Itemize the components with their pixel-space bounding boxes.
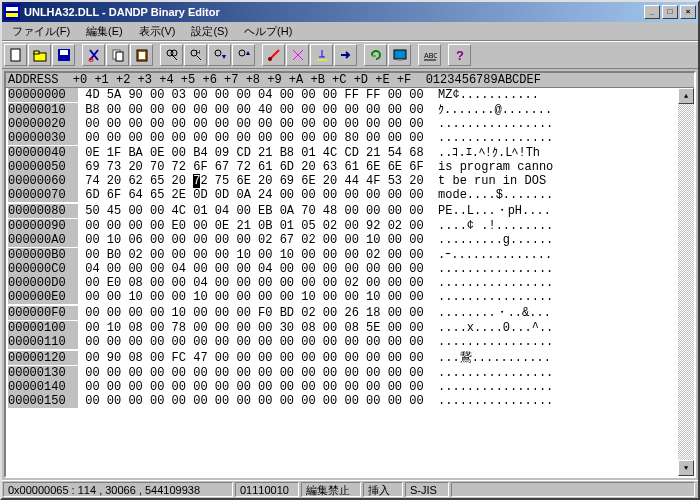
open-button[interactable]	[28, 44, 51, 66]
screen-button[interactable]	[388, 44, 411, 66]
svg-text:H: H	[196, 49, 200, 55]
scroll-down[interactable]: ▼	[678, 460, 694, 476]
replace-button[interactable]: H	[184, 44, 207, 66]
scrollbar[interactable]: ▲ ▼	[678, 88, 694, 476]
hex-header: ADDRESS +0 +1 +2 +3 +4 +5 +6 +7 +8 +9 +A…	[6, 73, 694, 88]
menu-view[interactable]: 表示(V)	[131, 23, 184, 40]
menu-help[interactable]: ヘルプ(H)	[236, 23, 300, 40]
help-button[interactable]: ?	[448, 44, 471, 66]
titlebar: UNLHA32.DLL - DANDP Binary Editor _ □ ×	[2, 2, 698, 22]
statusbar: 0x00000065 : 114 , 30066 , 544109938 011…	[2, 480, 698, 498]
cut-button[interactable]	[82, 44, 105, 66]
app-window: UNLHA32.DLL - DANDP Binary Editor _ □ × …	[0, 0, 700, 500]
svg-text:ABC: ABC	[424, 52, 437, 59]
abc-button[interactable]: ABC	[418, 44, 441, 66]
svg-line-17	[197, 56, 201, 60]
app-icon	[4, 4, 20, 20]
tool1-button[interactable]	[262, 44, 285, 66]
svg-rect-23	[398, 59, 402, 61]
svg-rect-1	[6, 7, 18, 11]
svg-rect-2	[6, 13, 18, 17]
svg-point-20	[239, 50, 245, 56]
status-spacer	[451, 482, 695, 497]
svg-rect-10	[116, 52, 123, 61]
svg-point-19	[215, 50, 221, 56]
paste-button[interactable]	[130, 44, 153, 66]
status-insert: 挿入	[363, 482, 403, 497]
menu-edit[interactable]: 編集(E)	[78, 23, 131, 40]
svg-rect-5	[34, 51, 39, 54]
status-encoding: S-JIS	[405, 482, 449, 497]
run-button[interactable]	[334, 44, 357, 66]
svg-rect-22	[394, 50, 406, 59]
menubar: ファイル(F) 編集(E) 表示(V) 設定(S) ヘルプ(H)	[2, 22, 698, 41]
svg-text:?: ?	[456, 48, 464, 62]
toolbar: H ABC ?	[2, 41, 698, 69]
svg-line-14	[173, 56, 177, 60]
svg-point-21	[268, 57, 272, 61]
scroll-up[interactable]: ▲	[678, 88, 694, 104]
status-bits: 01110010	[235, 482, 299, 497]
svg-rect-0	[4, 4, 20, 20]
close-button[interactable]: ×	[680, 5, 696, 19]
find-next-button[interactable]	[208, 44, 231, 66]
svg-point-15	[171, 50, 177, 56]
new-button[interactable]	[4, 44, 27, 66]
refresh-button[interactable]	[364, 44, 387, 66]
hex-rows[interactable]: 00000000 4D 5A 90 00 03 00 00 00 04 00 0…	[8, 88, 678, 476]
window-title: UNLHA32.DLL - DANDP Binary Editor	[24, 6, 642, 18]
copy-button[interactable]	[106, 44, 129, 66]
minimize-button[interactable]: _	[644, 5, 660, 19]
save-button[interactable]	[52, 44, 75, 66]
tool2-button[interactable]	[286, 44, 309, 66]
maximize-button[interactable]: □	[662, 5, 678, 19]
goto-button[interactable]	[232, 44, 255, 66]
status-mode: 編集禁止	[301, 482, 361, 497]
hex-editor: ADDRESS +0 +1 +2 +3 +4 +5 +6 +7 +8 +9 +A…	[4, 71, 696, 478]
svg-rect-7	[60, 50, 68, 55]
svg-rect-12	[139, 52, 145, 59]
find-button[interactable]	[160, 44, 183, 66]
status-position: 0x00000065 : 114 , 30066 , 544109938	[3, 482, 233, 497]
svg-rect-3	[11, 49, 20, 61]
menu-file[interactable]: ファイル(F)	[4, 23, 78, 40]
menu-settings[interactable]: 設定(S)	[183, 23, 236, 40]
scroll-track[interactable]	[678, 104, 694, 460]
tool3-button[interactable]	[310, 44, 333, 66]
